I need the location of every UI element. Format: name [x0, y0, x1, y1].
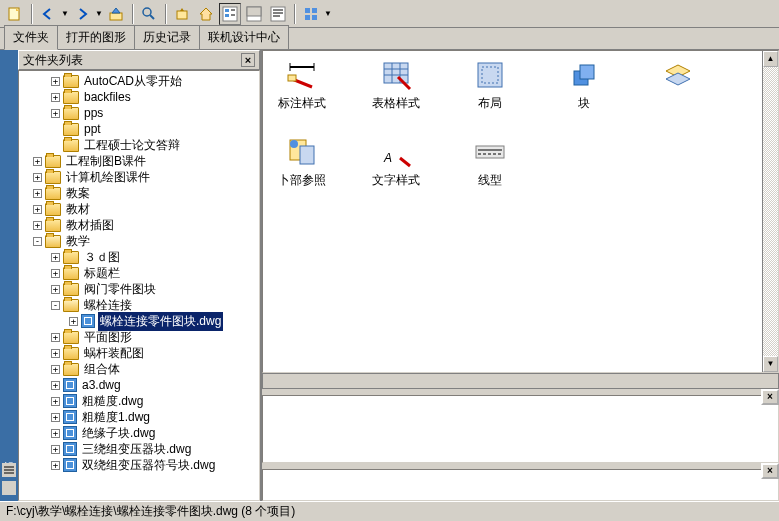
collapse-icon[interactable]: -	[51, 301, 60, 310]
tree-node[interactable]: +组合体	[19, 361, 259, 377]
expand-icon[interactable]: +	[33, 157, 42, 166]
tree-label: AutoCAD从零开始	[82, 72, 184, 91]
expand-icon[interactable]: +	[51, 461, 60, 470]
forward-button[interactable]	[71, 3, 93, 25]
grid-item-xref[interactable]: 卜部参照	[271, 136, 333, 189]
folder-tree[interactable]: +AutoCAD从零开始+backfiles+ppsppt工程硕士论文答辩+工程…	[18, 70, 260, 501]
preview-close-button[interactable]: ×	[761, 389, 779, 405]
expand-icon[interactable]: +	[51, 285, 60, 294]
content-panel: 标注样式表格样式布局块卜部参照A文字样式线型 ▲ ▼ × × 浏览(E)搜索(S…	[262, 50, 779, 501]
back-dropdown[interactable]: ▼	[61, 9, 69, 18]
home-button[interactable]	[195, 3, 217, 25]
grid-item-layout[interactable]: 布局	[459, 59, 521, 112]
favorites-button[interactable]	[171, 3, 193, 25]
folder-icon	[45, 219, 61, 232]
expander-empty	[51, 141, 60, 150]
svg-rect-26	[288, 75, 296, 81]
tree-node[interactable]: +pps	[19, 105, 259, 121]
tab-history[interactable]: 历史记录	[134, 25, 200, 49]
scroll-up-button[interactable]: ▲	[763, 51, 778, 67]
folder-icon	[63, 267, 79, 280]
block-icon	[568, 59, 600, 91]
dwg-file-icon	[63, 426, 77, 440]
grid-item-block[interactable]: 块	[553, 59, 615, 112]
tree-node[interactable]: +AutoCAD从零开始	[19, 73, 259, 89]
status-bar: F:\cyj\教学\螺栓连接\螺栓连接零件图块.dwg (8 个项目)	[0, 501, 779, 521]
expand-icon[interactable]: +	[51, 333, 60, 342]
folder-icon	[63, 91, 79, 104]
tab-dc-online[interactable]: 联机设计中心	[199, 25, 289, 49]
properties-icon[interactable]	[2, 463, 16, 477]
forward-dropdown[interactable]: ▼	[95, 9, 103, 18]
collapse-icon[interactable]: -	[33, 237, 42, 246]
expand-icon[interactable]: +	[51, 429, 60, 438]
vertical-scrollbar[interactable]: ▲ ▼	[762, 51, 778, 372]
tree-node[interactable]: +双绕组变压器符号块.dwg	[19, 457, 259, 473]
expand-icon[interactable]: +	[51, 413, 60, 422]
expand-icon[interactable]: +	[51, 93, 60, 102]
preview-button[interactable]	[243, 3, 265, 25]
expand-icon[interactable]: +	[51, 77, 60, 86]
tree-node[interactable]: +螺栓连接零件图块.dwg	[19, 313, 259, 329]
palette-title-bar[interactable]: 设计中心	[0, 50, 18, 501]
svg-rect-19	[312, 15, 317, 20]
scroll-down-button[interactable]: ▼	[763, 356, 778, 372]
expand-icon[interactable]: +	[51, 269, 60, 278]
grid-item-tablestyle[interactable]: 表格样式	[365, 59, 427, 112]
folder-icon	[63, 139, 79, 152]
svg-text:A: A	[383, 151, 392, 165]
expand-icon[interactable]: +	[51, 445, 60, 454]
folder-icon	[63, 283, 79, 296]
folder-tree-title: 文件夹列表	[23, 52, 83, 69]
folder-icon	[63, 75, 79, 88]
folder-icon	[45, 187, 61, 200]
svg-point-38	[290, 140, 298, 148]
folder-icon	[63, 331, 79, 344]
up-button[interactable]	[105, 3, 127, 25]
grid-item-linetype[interactable]: 线型	[459, 136, 521, 189]
expand-icon[interactable]: +	[51, 253, 60, 262]
views-dropdown[interactable]: ▼	[324, 9, 332, 18]
expand-icon[interactable]: +	[33, 189, 42, 198]
views-button[interactable]	[300, 3, 322, 25]
back-button[interactable]	[37, 3, 59, 25]
expand-icon[interactable]: +	[51, 365, 60, 374]
grid-item-textstyle[interactable]: A文字样式	[365, 136, 427, 189]
scroll-track[interactable]	[763, 67, 778, 356]
new-file-button[interactable]	[4, 3, 26, 25]
grid-item-label: 布局	[478, 95, 502, 112]
tree-view-button[interactable]	[219, 3, 241, 25]
expand-icon[interactable]: +	[33, 221, 42, 230]
grid-item-dimstyle[interactable]: 标注样式	[271, 59, 333, 112]
grid-item-layer[interactable]	[647, 59, 709, 112]
folder-tree-close-button[interactable]: ×	[241, 53, 255, 67]
tree-node[interactable]: +蜗杆装配图	[19, 345, 259, 361]
description-button[interactable]	[267, 3, 289, 25]
tree-node[interactable]: +教材插图	[19, 217, 259, 233]
tree-node[interactable]: +backfiles	[19, 89, 259, 105]
tree-node[interactable]: +教材	[19, 201, 259, 217]
search-button[interactable]	[138, 3, 160, 25]
tree-node[interactable]: +阀门零件图块	[19, 281, 259, 297]
auto-hide-icon[interactable]	[2, 481, 16, 495]
description-close-button[interactable]: ×	[761, 463, 779, 479]
expand-icon[interactable]: +	[51, 381, 60, 390]
folder-icon	[45, 171, 61, 184]
dwg-file-icon	[63, 394, 77, 408]
tree-node[interactable]: +３ｄ图	[19, 249, 259, 265]
expand-icon[interactable]: +	[33, 205, 42, 214]
tree-node[interactable]: +教案	[19, 185, 259, 201]
expand-icon[interactable]: +	[33, 173, 42, 182]
expand-icon[interactable]: +	[51, 349, 60, 358]
tree-node[interactable]: -教学	[19, 233, 259, 249]
tree-node[interactable]: +计算机绘图课件	[19, 169, 259, 185]
expand-icon[interactable]: +	[69, 317, 78, 326]
icon-grid[interactable]: 标注样式表格样式布局块卜部参照A文字样式线型	[263, 51, 778, 197]
grid-item-label: 文字样式	[372, 172, 420, 189]
expand-icon[interactable]: +	[51, 397, 60, 406]
expand-icon[interactable]: +	[51, 109, 60, 118]
tab-folders[interactable]: 文件夹	[4, 25, 58, 50]
horizontal-scrollbar[interactable]	[262, 373, 779, 389]
tab-open-drawings[interactable]: 打开的图形	[57, 25, 135, 49]
svg-rect-35	[580, 65, 594, 79]
